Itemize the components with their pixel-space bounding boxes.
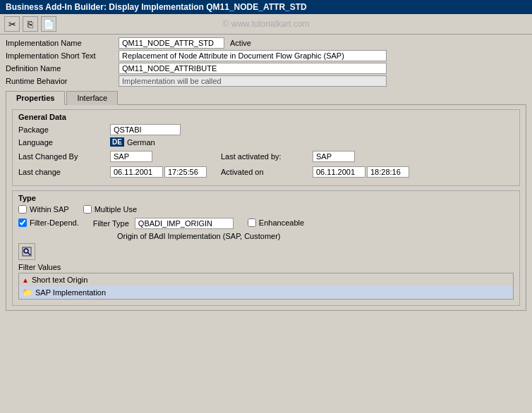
implementation-name-label: Implementation Name — [6, 39, 119, 47]
filter-row-1[interactable]: ▲ Short text Origin — [19, 273, 513, 286]
runtime-behavior-value: Implementation will be called — [119, 75, 387, 87]
tab-interface[interactable]: Interface — [66, 91, 118, 105]
title-text: Business Add-In Builder: Display Impleme… — [6, 2, 307, 12]
right-col: Last activated by: SAP Activated on 06.1… — [221, 151, 409, 180]
paste-button[interactable]: 📄 — [41, 16, 56, 32]
svg-point-1 — [24, 249, 28, 253]
general-data-section: General Data Package QSTABI Language DE … — [12, 109, 520, 186]
enhanceable-label: Enhanceable — [259, 218, 304, 227]
definition-name-value: QM11_NODE_ATTRIBUTE — [119, 63, 387, 74]
dates-cols: Last Changed By SAP Last change 06.11.20… — [18, 151, 514, 180]
package-label: Package — [18, 125, 110, 134]
last-activated-row: Last activated by: SAP — [221, 151, 409, 162]
watermark: © www.tutorialkart.com — [223, 19, 310, 29]
status-badge: Active — [230, 39, 251, 47]
filter-table: ▲ Short text Origin 📁 SAP Implementation — [18, 273, 514, 300]
title-bar: Business Add-In Builder: Display Impleme… — [0, 0, 532, 14]
short-text-value: Replacement of Node Attribute in Documen… — [119, 50, 387, 61]
activated-on-date: 06.11.2001 — [313, 166, 365, 178]
filter-icon-button[interactable] — [18, 243, 35, 260]
filter-row: Filter-Depend. Filter Type QBADI_IMP_ORI… — [18, 218, 514, 229]
language-name: German — [127, 138, 155, 147]
folder-icon: 📁 — [22, 288, 32, 297]
filter-row-1-text: Short text Origin — [32, 276, 87, 284]
last-changed-row: Last Changed By SAP — [18, 151, 207, 162]
short-text-label: Implementation Short Text — [6, 51, 119, 60]
filter-depend-row: Filter-Depend. — [18, 218, 79, 227]
filter-type-value: QBADI_IMP_ORIGIN — [135, 218, 234, 229]
dates-area: Last Changed By SAP Last change 06.11.20… — [18, 151, 514, 180]
within-sap-row: Within SAP — [18, 205, 69, 214]
implementation-name-value: QM11_NODE_ATTR_STD — [119, 37, 224, 49]
within-sap-label: Within SAP — [30, 205, 69, 214]
last-change-label: Last change — [18, 168, 110, 176]
language-code: DE — [110, 137, 124, 147]
multiple-use-checkbox[interactable] — [83, 205, 92, 214]
definition-name-row: Definition Name QM11_NODE_ATTRIBUTE — [6, 63, 526, 74]
tab-properties[interactable]: Properties — [6, 91, 65, 105]
definition-name-label: Definition Name — [6, 64, 119, 73]
filter-row-2-text: SAP Implementation — [35, 288, 106, 297]
type-section: Type Within SAP Multiple Use Filter-Depe… — [12, 190, 520, 306]
package-row: Package QSTABI — [18, 124, 514, 135]
last-activated-label: Last activated by: — [221, 152, 313, 161]
properties-panel: General Data Package QSTABI Language DE … — [6, 104, 526, 311]
activated-on-label: Activated on — [221, 168, 313, 176]
copy-button[interactable]: ⎘ — [23, 16, 38, 32]
filter-type-label: Filter Type — [93, 219, 129, 228]
last-change-row: Last change 06.11.2001 17:25:56 — [18, 166, 207, 178]
tabs: Properties Interface — [6, 91, 526, 105]
language-label: Language — [18, 138, 110, 147]
language-row: Language DE German — [18, 137, 514, 147]
short-text-row: Implementation Short Text Replacement of… — [6, 50, 526, 61]
last-change-time: 17:25:56 — [164, 166, 207, 178]
multiple-use-row: Multiple Use — [83, 205, 138, 214]
multiple-use-label: Multiple Use — [95, 205, 138, 214]
general-data-title: General Data — [18, 113, 514, 121]
last-changed-value: SAP — [110, 151, 152, 162]
toolbar: ✂ ⎘ 📄 © www.tutorialkart.com — [0, 14, 532, 35]
filter-type-area: Filter Type QBADI_IMP_ORIGIN — [93, 218, 234, 229]
filter-desc: Origin of BAdI Implementation (SAP, Cust… — [117, 232, 514, 240]
type-title: Type — [18, 194, 514, 202]
activated-on-row: Activated on 06.11.2001 18:28:16 — [221, 166, 409, 178]
runtime-behavior-row: Runtime Behavior Implementation will be … — [6, 75, 526, 87]
enhanceable-checkbox[interactable] — [248, 218, 256, 227]
runtime-behavior-label: Runtime Behavior — [6, 77, 119, 85]
search-list-icon — [21, 246, 32, 257]
last-change-date: 06.11.2001 — [110, 166, 163, 178]
cut-button[interactable]: ✂ — [4, 16, 20, 32]
filter-depend-label: Filter-Depend. — [30, 218, 79, 227]
filter-values-label: Filter Values — [18, 263, 514, 271]
type-checkboxes-row: Within SAP Multiple Use — [18, 205, 514, 215]
activated-on-time: 18:28:16 — [367, 166, 409, 178]
last-changed-label: Last Changed By — [18, 152, 110, 161]
implementation-name-row: Implementation Name QM11_NODE_ATTR_STD A… — [6, 37, 526, 49]
filter-row-2[interactable]: 📁 SAP Implementation — [19, 286, 513, 299]
main-content: Implementation Name QM11_NODE_ATTR_STD A… — [0, 35, 532, 314]
within-sap-checkbox[interactable] — [18, 205, 27, 214]
left-col: Last Changed By SAP Last change 06.11.20… — [18, 151, 207, 180]
up-arrow-icon: ▲ — [22, 276, 29, 284]
svg-line-2 — [28, 253, 31, 256]
last-activated-value: SAP — [313, 151, 355, 162]
package-value: QSTABI — [110, 124, 181, 135]
filter-depend-checkbox[interactable] — [18, 218, 27, 227]
enhanceable-row: Enhanceable — [248, 218, 304, 227]
